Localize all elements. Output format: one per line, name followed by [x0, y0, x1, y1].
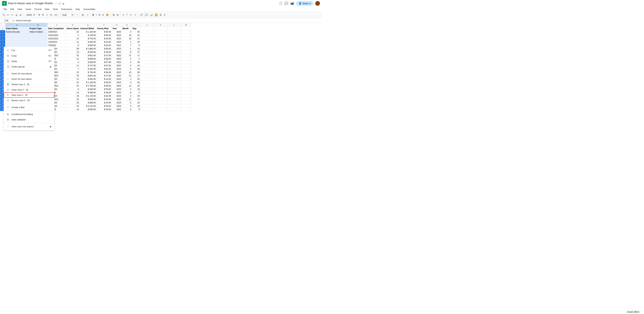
search-icon[interactable]: 🔍	[1, 13, 6, 17]
cell-M9[interactable]	[181, 54, 191, 57]
chart-icon[interactable]: 📊	[149, 13, 154, 17]
cell-E4[interactable]: $ 742.00	[80, 37, 96, 40]
cell-F2[interactable]: $ 50.00	[96, 30, 112, 33]
cell-A4[interactable]	[5, 37, 29, 40]
cell-M1[interactable]	[181, 27, 191, 30]
decimal-increase-icon[interactable]: .00	[49, 13, 53, 16]
row-number-2[interactable]: 2	[0, 30, 5, 33]
cell-D22[interactable]: 16	[66, 98, 80, 101]
cell-F18[interactable]: $ 68.00	[96, 84, 112, 88]
cell-M16[interactable]	[181, 77, 191, 81]
align-icon[interactable]: ≡	[122, 13, 125, 17]
menu-extensions[interactable]: Extensions	[60, 7, 74, 11]
cell-F6[interactable]: $ 63.00	[96, 44, 112, 47]
cell-I19[interactable]: 19	[132, 88, 140, 91]
font-select[interactable]: Arial	[60, 13, 74, 17]
cell-G3[interactable]: 2022	[112, 33, 122, 37]
cell-K24[interactable]	[154, 104, 168, 108]
cell-E12[interactable]: $ 737.00	[80, 64, 96, 67]
col-header-H[interactable]: H	[122, 23, 132, 27]
fill-color-icon[interactable]: 🎨	[105, 13, 110, 17]
context-insert-above[interactable]: + Insert 34 rows above	[4, 71, 54, 76]
cell-L10[interactable]	[168, 57, 181, 61]
cell-E3[interactable]: $ 120.00	[80, 33, 96, 37]
cell-C5[interactable]: 1/25/2023	[48, 40, 66, 44]
cell-B2[interactable]: Video Creation	[29, 30, 48, 33]
cell-G16[interactable]: 2023	[112, 77, 122, 81]
cell-M18[interactable]	[181, 84, 191, 88]
redo-icon[interactable]: ↪	[10, 13, 14, 17]
cell-G20[interactable]: 2022	[112, 91, 122, 94]
cell-J3[interactable]	[140, 33, 154, 37]
cell-I9[interactable]: 17	[132, 54, 140, 57]
cell-G2[interactable]: 2023	[112, 30, 122, 33]
cell-L21[interactable]	[168, 94, 181, 98]
cell-G13[interactable]: 2023	[112, 67, 122, 71]
text-color-icon[interactable]: A	[102, 13, 105, 17]
cell-J6[interactable]	[140, 44, 154, 47]
cell-I12[interactable]: 24	[132, 64, 140, 67]
cell-I4[interactable]: 21	[132, 37, 140, 40]
cell-M20[interactable]	[181, 91, 191, 94]
cell-I21[interactable]: 20	[132, 94, 140, 98]
cell-L23[interactable]	[168, 101, 181, 104]
menu-accessibility[interactable]: Accessibility	[82, 7, 97, 11]
cell-G23[interactable]: 2023	[112, 101, 122, 104]
col-header-C[interactable]: C	[48, 23, 66, 27]
cell-E10[interactable]: $ 696.00	[80, 57, 96, 61]
cell-H20[interactable]: 9	[122, 91, 132, 94]
cell-D14[interactable]: 13	[66, 71, 80, 74]
context-create-filter[interactable]: ▽ Create a filter	[4, 105, 54, 110]
cell-K21[interactable]	[154, 94, 168, 98]
cell-F1[interactable]: Hourly Rate	[96, 27, 112, 30]
cell-H10[interactable]: 2	[122, 57, 132, 61]
cell-H2[interactable]: 3	[122, 30, 132, 33]
cell-D25[interactable]: 14	[66, 108, 80, 111]
cell-K15[interactable]	[154, 74, 168, 77]
cell-E13[interactable]: $ 434.00	[80, 67, 96, 71]
context-paste[interactable]: 📋 Paste ⌘V	[4, 58, 54, 64]
cell-K22[interactable]	[154, 98, 168, 101]
cell-G7[interactable]: 2023	[112, 47, 122, 50]
cell-H17[interactable]: 3	[122, 81, 132, 84]
cell-I10[interactable]: 2	[132, 57, 140, 61]
cell-G21[interactable]: 2023	[112, 94, 122, 98]
cell-J12[interactable]	[140, 64, 154, 67]
context-data-validation[interactable]: ⊞ Data validation	[4, 117, 54, 122]
cell-J19[interactable]	[140, 88, 154, 91]
meet-icon[interactable]: 📹	[290, 1, 294, 5]
cell-D21[interactable]: 19	[66, 94, 80, 98]
menu-data[interactable]: Data	[44, 7, 51, 11]
cell-G18[interactable]: 2022	[112, 84, 122, 88]
cell-J2[interactable]	[140, 30, 154, 33]
cell-J17[interactable]	[140, 81, 154, 84]
cell-K8[interactable]	[154, 50, 168, 54]
col-header-G[interactable]: G	[112, 23, 122, 27]
rotate-icon[interactable]: ↗	[133, 13, 137, 17]
cell-G19[interactable]: 2023	[112, 88, 122, 91]
cell-M15[interactable]	[181, 74, 191, 77]
cell-M13[interactable]	[181, 67, 191, 71]
cell-D23[interactable]: 16	[66, 101, 80, 104]
cell-H7[interactable]: 1	[122, 47, 132, 50]
cell-J22[interactable]	[140, 98, 154, 101]
cell-M4[interactable]	[181, 37, 191, 40]
cell-D1[interactable]: Hours Spent	[66, 27, 80, 30]
row-number-3[interactable]: 3	[0, 33, 5, 37]
cell-M25[interactable]	[181, 108, 191, 111]
cell-J13[interactable]	[140, 67, 154, 71]
cell-F10[interactable]: $ 58.00	[96, 57, 112, 61]
cell-L13[interactable]	[168, 67, 181, 71]
row-number-4[interactable]: 4	[0, 37, 5, 40]
cell-K7[interactable]	[154, 47, 168, 50]
context-more-row-actions[interactable]: ⋮ View more row actions ▶	[4, 124, 54, 129]
cell-F9[interactable]: $ 37.00	[96, 54, 112, 57]
cell-I17[interactable]: 30	[132, 81, 140, 84]
cell-F22[interactable]: $ 53.00	[96, 98, 112, 101]
cell-D24[interactable]: 33	[66, 104, 80, 108]
cell-M24[interactable]	[181, 104, 191, 108]
cell-L1[interactable]	[168, 27, 181, 30]
cell-E2[interactable]: $ 1,100.00	[80, 30, 96, 33]
cell-K2[interactable]	[154, 30, 168, 33]
formula-input[interactable]	[16, 19, 321, 22]
